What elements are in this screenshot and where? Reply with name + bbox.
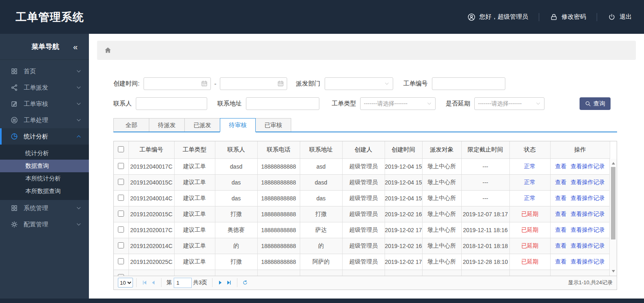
row-checkbox[interactable] — [118, 242, 124, 248]
tab[interactable]: 已派发 — [184, 118, 220, 132]
search-icon — [585, 101, 591, 107]
table-row: 201912020015C建议工单打撒18888888888打撒超级管理员201… — [114, 206, 610, 222]
view-link[interactable]: 查看 — [555, 195, 567, 201]
chevron-down-icon — [76, 101, 82, 107]
sidebar-header: 菜单导航 « — [0, 34, 89, 60]
submenu-item[interactable]: 统计分析 — [0, 147, 89, 160]
filter-panel: 创建时间: - 派发部门 工单编号 联系人 联系地址 工单类型 — [113, 77, 617, 110]
cell-creator: 超级管理员 — [342, 175, 385, 191]
refresh-button[interactable] — [241, 278, 250, 287]
scroll-up-arrow[interactable] — [610, 160, 617, 166]
cell-target: 墩上中心所 — [422, 238, 461, 254]
contact-input[interactable] — [136, 97, 207, 110]
cell-created: 2019-12-02 16 — [385, 206, 422, 222]
greeting-text: 您好，超级管理员 — [479, 13, 528, 21]
scroll-down-arrow[interactable] — [610, 268, 617, 274]
row-checkbox[interactable] — [118, 211, 124, 217]
tab[interactable]: 全部 — [113, 118, 149, 132]
row-checkbox[interactable] — [118, 274, 124, 276]
view-link[interactable]: 查看 — [555, 242, 567, 249]
home-icon[interactable] — [104, 46, 112, 54]
scrollbar-thumb[interactable] — [611, 167, 615, 239]
power-icon — [608, 13, 616, 21]
row-checkbox[interactable] — [118, 163, 124, 169]
lock-icon — [550, 13, 558, 21]
total-pages-label: 共3页 — [193, 279, 208, 286]
view-link[interactable]: 查看 — [555, 163, 567, 169]
change-password-button[interactable]: 修改密码 — [550, 13, 586, 21]
row-checkbox[interactable] — [118, 226, 124, 233]
chevron-down-icon — [76, 222, 82, 227]
row-checkbox[interactable] — [118, 195, 124, 201]
cell-type: 建议工单 — [174, 191, 215, 206]
page-number-input[interactable] — [174, 278, 192, 288]
column-header: 状态 — [509, 141, 550, 158]
order-type-value: -------请选择------- — [364, 100, 407, 108]
sidebar-item[interactable]: 配置管理 — [0, 216, 89, 233]
logout-button[interactable]: 退出 — [608, 13, 632, 21]
column-header: 创建人 — [342, 141, 385, 158]
tab[interactable]: 已审核 — [255, 118, 291, 132]
order-type-select[interactable]: -------请选择------- — [360, 97, 436, 110]
pager-divider — [237, 278, 237, 287]
submenu-item[interactable]: 本所数据查询 — [0, 185, 89, 198]
first-page-button[interactable] — [140, 278, 149, 287]
view-link[interactable]: 查看 — [555, 226, 567, 233]
view-link[interactable]: 查看 — [555, 179, 567, 185]
table-header-row: 工单编号工单类型联系人联系电话联系地址创建人创建时间派发对象限定截止时间状态操作 — [114, 141, 610, 158]
view-log-link[interactable]: 查看操作记录 — [571, 179, 605, 185]
status-badge: 已延期 — [509, 254, 550, 270]
sidebar-item[interactable]: 统计分析 — [0, 128, 89, 145]
view-log-link[interactable]: 查看操作记录 — [571, 242, 605, 249]
view-log-link[interactable]: 查看操作记录 — [571, 195, 605, 201]
view-link[interactable]: 查看 — [555, 258, 567, 265]
tab[interactable]: 待审核 — [220, 118, 256, 132]
cell-type: 建议工单 — [174, 222, 215, 238]
cell-target: 墩上中心所 — [422, 175, 461, 191]
view-log-link[interactable]: 查看操作记录 — [571, 258, 605, 265]
cell-contact — [215, 270, 257, 276]
view-log-link[interactable]: 查看操作记录 — [571, 226, 605, 233]
overdue-select[interactable]: -------请选择------- — [474, 97, 544, 110]
row-checkbox[interactable] — [118, 179, 124, 185]
dispatch-dept-select[interactable] — [325, 77, 393, 90]
tab[interactable]: 待派发 — [149, 118, 185, 132]
view-log-link[interactable]: 查看操作记录 — [571, 211, 605, 217]
last-page-button[interactable] — [225, 278, 234, 287]
page-size-select[interactable]: 10 — [118, 278, 133, 288]
select-all-checkbox[interactable] — [118, 146, 124, 152]
sidebar-item-label: 首页 — [24, 68, 76, 75]
submenu-item[interactable]: 数据查询 — [0, 160, 89, 172]
table-row: 201912040014C建议工单das18888888888das超级管理员2… — [114, 191, 610, 206]
view-link[interactable]: 查看 — [555, 211, 567, 217]
search-button[interactable]: 查询 — [580, 97, 611, 110]
prev-page-button[interactable] — [149, 278, 158, 287]
cell-address: dasd — [300, 175, 342, 191]
sidebar-item[interactable]: 工单派发 — [0, 79, 89, 96]
contact-address-input[interactable] — [246, 97, 319, 110]
cell-created: 2019-12-04 15 — [385, 191, 422, 206]
sidebar-item[interactable]: 工单审核 — [0, 96, 89, 112]
column-header: 派发对象 — [422, 141, 461, 158]
sidebar-item[interactable]: 系统管理 — [0, 200, 89, 216]
pager-divider — [212, 278, 212, 287]
column-header: 工单编号 — [128, 141, 174, 158]
order-no-input[interactable] — [432, 77, 505, 90]
actions-cell: 查看查看操作记录 — [550, 191, 610, 206]
row-checkbox[interactable] — [118, 258, 124, 264]
cell-address: 萨达 — [300, 222, 342, 238]
sidebar-collapse-icon[interactable]: « — [73, 43, 80, 51]
sidebar-item[interactable]: 首页 — [0, 63, 89, 79]
calendar-icon[interactable] — [201, 80, 208, 87]
next-page-button[interactable] — [216, 278, 225, 287]
view-log-link[interactable]: 查看操作记录 — [571, 163, 605, 169]
chevron-down-icon — [384, 81, 389, 86]
chevron-down-icon — [536, 101, 541, 106]
cell-order-no: 201912020015C — [128, 206, 174, 222]
cell-address: 的 — [300, 238, 342, 254]
calendar-icon[interactable] — [277, 80, 284, 87]
submenu-item[interactable]: 本所统计分析 — [0, 172, 89, 185]
work-order-table: 工单编号工单类型联系人联系电话联系地址创建人创建时间派发对象限定截止时间状态操作… — [113, 141, 617, 276]
sidebar-item[interactable]: 工单处理 — [0, 112, 89, 128]
actions-cell: 查看查看操作记录 — [550, 222, 610, 238]
